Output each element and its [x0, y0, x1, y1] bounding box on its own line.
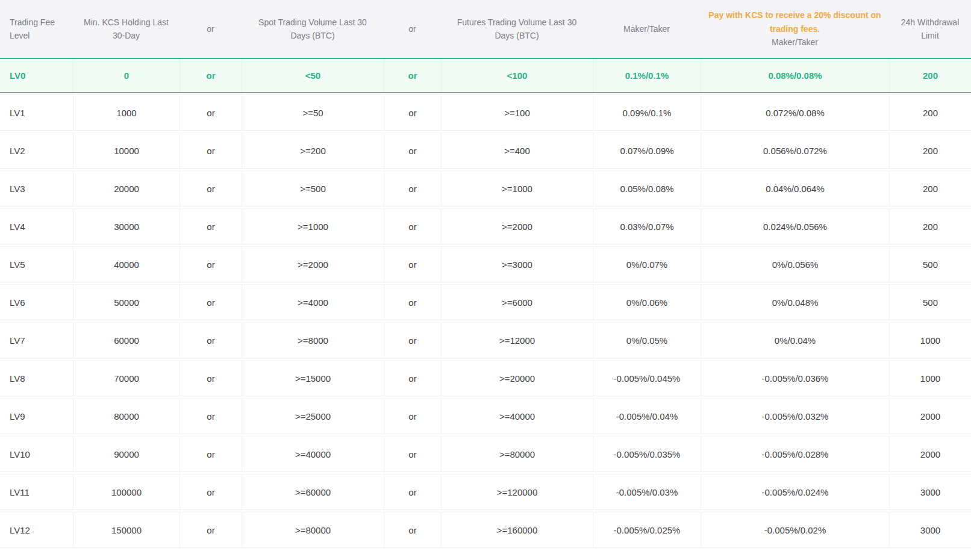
cell-kcs-maker-taker: -0.005%/0.028% — [701, 437, 889, 471]
cell-or: or — [180, 247, 242, 282]
cell-maker-taker: -0.005%/0.035% — [593, 437, 701, 471]
cell-kcs-maker-taker: -0.005%/0.02% — [701, 512, 889, 547]
cell-kcs-maker-taker: 0%/0.048% — [701, 285, 889, 320]
cell-futures-volume: >=2000 — [441, 209, 593, 244]
cell-fee-level: LV5 — [0, 247, 73, 282]
cell-fee-level: LV11 — [0, 474, 73, 509]
cell-fee-level: LV8 — [0, 361, 73, 396]
cell-kcs-holding: 80000 — [73, 399, 180, 434]
cell-maker-taker: 0.09%/0.1% — [593, 95, 701, 130]
table-row-lv5: LV5 40000 or >=2000 or >=3000 0%/0.07% 0… — [0, 246, 971, 282]
table-body: LV0 0 or <50 or <100 0.1%/0.1% 0.08%/0.0… — [0, 58, 971, 548]
cell-or: or — [180, 474, 242, 509]
table-row-lv0: LV0 0 or <50 or <100 0.1%/0.1% 0.08%/0.0… — [0, 58, 971, 93]
table-row-lv11: LV11 100000 or >=60000 or >=120000 -0.00… — [0, 474, 971, 510]
cell-spot-volume: >=15000 — [242, 361, 384, 396]
cell-spot-volume: >=60000 — [242, 474, 384, 509]
header-futures-volume: Futures Trading Volume Last 30 Days (BTC… — [441, 10, 593, 49]
cell-kcs-maker-taker: 0.08%/0.08% — [701, 59, 889, 92]
cell-futures-volume: >=6000 — [441, 285, 593, 320]
cell-kcs-maker-taker: -0.005%/0.036% — [701, 361, 889, 396]
cell-or: or — [384, 323, 441, 358]
cell-futures-volume: >=160000 — [441, 512, 593, 547]
cell-kcs-maker-taker: -0.005%/0.032% — [701, 399, 889, 434]
cell-withdrawal-limit: 200 — [889, 171, 971, 206]
cell-kcs-maker-taker: 0.024%/0.056% — [701, 209, 889, 244]
cell-or: or — [384, 512, 441, 547]
cell-maker-taker: 0.03%/0.07% — [593, 209, 701, 244]
cell-withdrawal-limit: 1000 — [889, 361, 971, 396]
header-maker-taker: Maker/Taker — [593, 16, 701, 42]
cell-kcs-holding: 20000 — [73, 171, 180, 206]
cell-withdrawal-limit: 500 — [889, 285, 971, 320]
cell-kcs-holding: 40000 — [73, 247, 180, 282]
cell-or: or — [384, 285, 441, 320]
cell-or: or — [384, 474, 441, 509]
cell-spot-volume: >=200 — [242, 133, 384, 168]
cell-withdrawal-limit: 200 — [889, 95, 971, 130]
header-withdrawal-limit: 24h Withdrawal Limit — [889, 10, 971, 49]
cell-kcs-holding: 60000 — [73, 323, 180, 358]
cell-withdrawal-limit: 200 — [889, 133, 971, 168]
cell-kcs-holding: 10000 — [73, 133, 180, 168]
cell-kcs-maker-taker: 0.072%/0.08% — [701, 95, 889, 130]
cell-kcs-holding: 150000 — [73, 512, 180, 547]
cell-or: or — [180, 437, 242, 471]
cell-or: or — [384, 247, 441, 282]
cell-fee-level: LV1 — [0, 95, 73, 130]
cell-kcs-holding: 1000 — [73, 95, 180, 130]
cell-or: or — [180, 209, 242, 244]
cell-futures-volume: >=12000 — [441, 323, 593, 358]
cell-futures-volume: >=100 — [441, 95, 593, 130]
cell-or: or — [180, 59, 242, 92]
cell-spot-volume: >=80000 — [242, 512, 384, 547]
cell-withdrawal-limit: 500 — [889, 247, 971, 282]
cell-spot-volume: >=500 — [242, 171, 384, 206]
header-trading-fee-level: Trading Fee Level — [0, 10, 73, 49]
cell-futures-volume: <100 — [441, 59, 593, 92]
cell-maker-taker: -0.005%/0.04% — [593, 399, 701, 434]
cell-withdrawal-limit: 2000 — [889, 437, 971, 471]
cell-or: or — [384, 133, 441, 168]
cell-or: or — [384, 95, 441, 130]
cell-fee-level: LV6 — [0, 285, 73, 320]
cell-kcs-maker-taker: 0%/0.056% — [701, 247, 889, 282]
cell-or: or — [384, 59, 441, 92]
header-min-kcs-holding: Min. KCS Holding Last 30-Day — [73, 10, 180, 49]
table-row-lv6: LV6 50000 or >=4000 or >=6000 0%/0.06% 0… — [0, 284, 971, 320]
table-row-lv3: LV3 20000 or >=500 or >=1000 0.05%/0.08%… — [0, 170, 971, 207]
cell-futures-volume: >=400 — [441, 133, 593, 168]
cell-spot-volume: >=1000 — [242, 209, 384, 244]
cell-kcs-holding: 50000 — [73, 285, 180, 320]
cell-maker-taker: -0.005%/0.045% — [593, 361, 701, 396]
cell-maker-taker: -0.005%/0.025% — [593, 512, 701, 547]
cell-maker-taker: 0.05%/0.08% — [593, 171, 701, 206]
cell-or: or — [180, 133, 242, 168]
cell-withdrawal-limit: 200 — [889, 209, 971, 244]
cell-or: or — [180, 95, 242, 130]
cell-kcs-maker-taker: 0.04%/0.064% — [701, 171, 889, 206]
cell-fee-level: LV2 — [0, 133, 73, 168]
cell-futures-volume: >=3000 — [441, 247, 593, 282]
cell-spot-volume: >=4000 — [242, 285, 384, 320]
cell-kcs-holding: 70000 — [73, 361, 180, 396]
cell-kcs-maker-taker: 0%/0.04% — [701, 323, 889, 358]
table-row-lv2: LV2 10000 or >=200 or >=400 0.07%/0.09% … — [0, 132, 971, 169]
header-spot-volume: Spot Trading Volume Last 30 Days (BTC) — [242, 10, 384, 49]
table-row-lv9: LV9 80000 or >=25000 or >=40000 -0.005%/… — [0, 398, 971, 434]
cell-spot-volume: >=2000 — [242, 247, 384, 282]
cell-futures-volume: >=20000 — [441, 361, 593, 396]
cell-or: or — [180, 399, 242, 434]
cell-or: or — [180, 512, 242, 547]
cell-fee-level: LV10 — [0, 437, 73, 471]
cell-maker-taker: 0%/0.05% — [593, 323, 701, 358]
cell-kcs-holding: 90000 — [73, 437, 180, 471]
cell-withdrawal-limit: 1000 — [889, 323, 971, 358]
cell-fee-level: LV0 — [0, 59, 73, 92]
cell-maker-taker: 0%/0.07% — [593, 247, 701, 282]
cell-withdrawal-limit: 200 — [889, 59, 971, 92]
cell-or: or — [180, 361, 242, 396]
cell-or: or — [180, 171, 242, 206]
table-header-row: Trading Fee Level Min. KCS Holding Last … — [0, 0, 971, 58]
cell-or: or — [384, 437, 441, 471]
